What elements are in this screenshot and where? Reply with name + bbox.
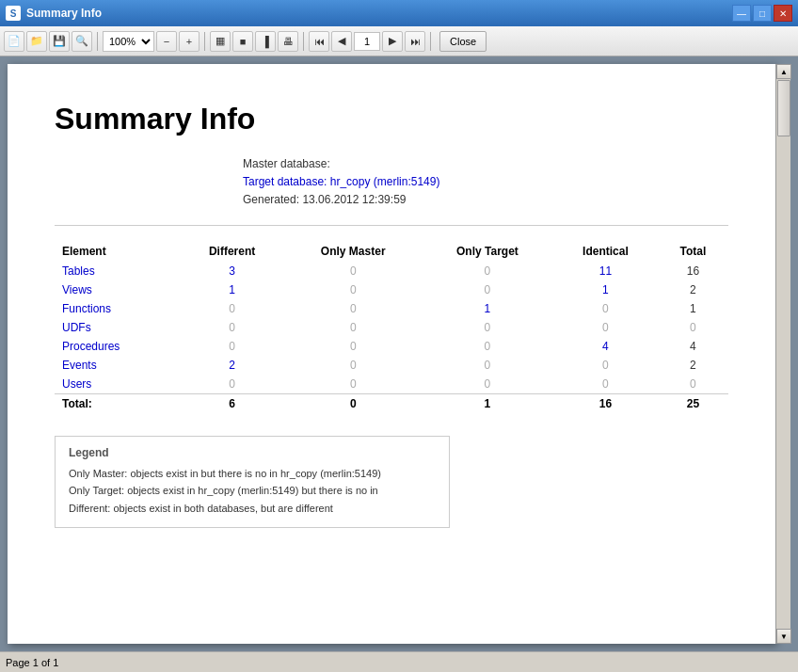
total-different: 6 (180, 393, 285, 413)
element-name: Events (55, 356, 180, 375)
only-master-val: 0 (285, 375, 422, 394)
nav-controls: ⏮ ◀ 1 ▶ ⏭ (309, 31, 425, 52)
total-val: 0 (658, 318, 728, 337)
summary-table: Element Different Only Master Only Targe… (55, 241, 728, 413)
element-name: Views (55, 280, 180, 299)
only-master-val: 0 (285, 318, 422, 337)
legend-item: Only Master: objects exist in but there … (69, 465, 436, 483)
identical-val: 1 (553, 280, 658, 299)
total-val: 2 (658, 280, 728, 299)
only-target-val: 0 (422, 318, 553, 337)
different-val: 0 (180, 375, 285, 394)
only-master-val: 0 (285, 262, 422, 280)
different-val: 3 (180, 262, 285, 280)
only-target-val: 0 (422, 356, 553, 375)
status-text: Page 1 of 1 (6, 657, 58, 668)
legend-item: Different: objects exist in both databas… (69, 500, 436, 518)
target-label: Target database: hr_copy (merlin:5149) (243, 173, 728, 191)
col-different: Different (180, 241, 285, 262)
different-val: 1 (180, 280, 285, 299)
zoom-out-button[interactable]: − (156, 31, 177, 52)
col-only-target: Only Target (422, 241, 553, 262)
prev-page-button[interactable]: ◀ (331, 31, 352, 52)
next-page-button[interactable]: ▶ (382, 31, 403, 52)
different-val: 0 (180, 337, 285, 356)
print-button[interactable]: 🖶 (278, 31, 298, 52)
scrollbar-track[interactable]: ▲ ▼ (775, 64, 790, 644)
separator-1 (97, 32, 98, 51)
separator-3 (303, 32, 304, 51)
table-row: Procedures 0 0 0 4 4 (55, 337, 728, 356)
element-name: UDFs (55, 318, 180, 337)
page-layout-button[interactable]: ▦ (210, 31, 231, 52)
status-bar: Page 1 of 1 (0, 651, 798, 672)
only-target-val: 0 (422, 337, 553, 356)
generated-label: Generated: 13.06.2012 12:39:59 (243, 191, 728, 209)
close-button[interactable]: Close (439, 31, 487, 52)
page-input[interactable]: 1 (354, 32, 380, 51)
window-title: Summary Info (26, 7, 102, 20)
different-val: 0 (180, 318, 285, 337)
identical-val: 0 (553, 375, 658, 394)
total-val: 2 (658, 356, 728, 375)
total-only-master: 0 (285, 393, 422, 413)
different-val: 0 (180, 299, 285, 318)
col-only-master: Only Master (285, 241, 422, 262)
main-area: Summary Info Master database: Target dat… (0, 56, 798, 651)
maximize-button[interactable]: □ (753, 5, 772, 22)
separator-4 (430, 32, 431, 51)
table-row: Functions 0 0 1 0 1 (55, 299, 728, 318)
identical-val: 0 (553, 318, 658, 337)
total-val: 16 (658, 262, 728, 280)
element-name: Tables (55, 262, 180, 280)
total-identical: 16 (553, 393, 658, 413)
total-val: 0 (658, 375, 728, 394)
identical-val: 4 (553, 337, 658, 356)
legend-box: Legend Only Master: objects exist in but… (55, 436, 450, 528)
table-row: Users 0 0 0 0 0 (55, 375, 728, 394)
total-val: 1 (658, 299, 728, 318)
new-button[interactable]: 📄 (4, 31, 24, 52)
only-target-val: 0 (422, 375, 553, 394)
first-page-button[interactable]: ⏮ (309, 31, 329, 52)
scroll-up-button[interactable]: ▲ (776, 64, 791, 79)
scroll-down-button[interactable]: ▼ (776, 629, 791, 644)
identical-val: 0 (553, 356, 658, 375)
only-master-val: 0 (285, 356, 422, 375)
total-val: 4 (658, 337, 728, 356)
title-bar-left: S Summary Info (6, 6, 102, 21)
element-name: Functions (55, 299, 180, 318)
last-page-button[interactable]: ⏭ (405, 31, 425, 52)
save-button[interactable]: 💾 (49, 31, 70, 52)
columns-button[interactable]: ▐ (255, 31, 276, 52)
table-row: Events 2 0 0 0 2 (55, 356, 728, 375)
total-total: 25 (658, 393, 728, 413)
zoom-select[interactable]: 100% 75% 150% (103, 31, 154, 52)
title-bar-controls: — □ ✕ (732, 5, 792, 22)
minimize-button[interactable]: — (732, 5, 751, 22)
table-header-row: Element Different Only Master Only Targe… (55, 241, 728, 262)
find-button[interactable]: 🔍 (72, 31, 92, 52)
legend-items: Only Master: objects exist in but there … (69, 465, 436, 518)
close-window-button[interactable]: ✕ (774, 5, 792, 22)
identical-val: 0 (553, 299, 658, 318)
total-row: Total: 6 0 1 16 25 (55, 393, 728, 413)
only-target-val: 0 (422, 262, 553, 280)
page-title: Summary Info (55, 102, 728, 136)
view-button[interactable]: ■ (232, 31, 253, 52)
info-block: Master database: Target database: hr_cop… (243, 155, 728, 210)
zoom-in-button[interactable]: + (179, 31, 200, 52)
master-label: Master database: (243, 155, 728, 173)
only-target-val: 1 (422, 299, 553, 318)
col-total: Total (658, 241, 728, 262)
app-icon: S (6, 6, 21, 21)
scrollbar-thumb[interactable] (777, 80, 790, 136)
open-button[interactable]: 📁 (26, 31, 47, 52)
legend-item: Only Target: objects exist in hr_copy (m… (69, 482, 436, 500)
table-row: UDFs 0 0 0 0 0 (55, 318, 728, 337)
separator-2 (204, 32, 205, 51)
zoom-controls: 100% 75% 150% − + (103, 31, 200, 52)
only-target-val: 0 (422, 280, 553, 299)
title-bar: S Summary Info — □ ✕ (0, 0, 798, 26)
toolbar: 📄 📁 💾 🔍 100% 75% 150% − + ▦ ■ ▐ 🖶 ⏮ ◀ 1 … (0, 26, 798, 56)
